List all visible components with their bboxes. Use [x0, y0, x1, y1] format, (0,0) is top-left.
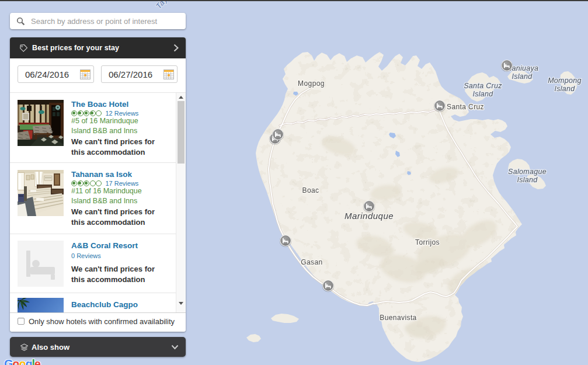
best-prices-header[interactable]: Best prices for your stay: [10, 37, 186, 58]
rating-circle-filled: [78, 110, 83, 116]
hotel-photo[interactable]: [18, 298, 64, 312]
calendar-icon[interactable]: [80, 69, 91, 79]
hotel-rank: #5 of 16 MarinduqueIsland B&B and Inns: [71, 116, 138, 136]
map-label-town: Torrijos: [415, 238, 440, 246]
rating-circle-empty: [90, 180, 96, 186]
map-label-town: Mogpog: [298, 79, 325, 88]
map-label-town: Gasan: [301, 258, 322, 266]
hotel-row-tahanan[interactable]: Tahanan sa Isok 17 Reviews #11 of 16 Mar…: [10, 163, 176, 234]
hotel-name-link[interactable]: The Boac Hotel: [71, 100, 128, 109]
also-show-label: Also show: [32, 343, 171, 352]
date-range-picker: 06/24/2016 06/27/2016: [10, 58, 186, 92]
check-in-field[interactable]: 06/24/2016: [18, 65, 94, 83]
map-label-island: Salomague: [508, 168, 547, 176]
availability-checkbox[interactable]: [18, 318, 25, 325]
also-show-bar[interactable]: Also show: [10, 337, 186, 357]
availability-filter[interactable]: Only show hotels with confirmed availabi…: [10, 312, 186, 332]
tahanan-photo: [18, 170, 64, 216]
map-label-town: Santa Cruz: [447, 103, 484, 111]
top-window-edge: [0, 0, 588, 1]
rating-circle-filled: [71, 180, 77, 186]
rating-circle-filled: [71, 110, 77, 116]
rank-line-1: #5 of 16 Marinduque: [71, 117, 138, 125]
hotel-name-link[interactable]: A&B Coral Resort: [71, 241, 138, 251]
map-search-box: [10, 13, 186, 29]
rank-line-2: Island B&B and Inns: [71, 127, 137, 135]
rating-circle-empty: [96, 180, 102, 186]
map-label-town: Buenavista: [380, 314, 416, 322]
hotel-photo[interactable]: [18, 100, 64, 146]
list-scrollbar[interactable]: [176, 93, 186, 312]
search-icon: [16, 17, 25, 26]
calendar-icon[interactable]: [163, 69, 174, 79]
hotel-rank: #11 of 16 MarinduqueIsland B&B and Inns: [71, 186, 142, 206]
photo-placeholder-bed-icon: [18, 241, 64, 287]
hotel-photo-placeholder[interactable]: [18, 241, 64, 287]
search-input[interactable]: [30, 16, 181, 26]
hotels-panel: Best prices for your stay 06/24/2016: [10, 37, 186, 332]
no-price-note: We can't find prices forthis accommodati…: [71, 207, 155, 228]
price-line-1: We can't find prices for: [71, 265, 155, 273]
cagpo-photo: [18, 298, 64, 312]
map-label-island: Santa Cruz: [464, 82, 502, 90]
price-line-2: this accommodation: [71, 218, 145, 227]
rating-circles: [71, 110, 102, 116]
rating-circle-filled: [83, 110, 89, 116]
price-line-1: We can't find prices for: [71, 207, 155, 216]
triangle-down-icon: [179, 302, 183, 305]
map-label-island: Island: [517, 176, 538, 184]
tripadvisor-map-page: MogpogSanta CruzBoacTorrijosGasanBuenavi…: [0, 0, 588, 365]
google-logo[interactable]: Google: [4, 357, 41, 365]
check-in-value: 06/24/2016: [18, 69, 80, 79]
hotel-row-cagpo[interactable]: Beachclub Cagpo: [10, 293, 176, 312]
layers-icon: [20, 343, 29, 352]
hotel-name-link[interactable]: Tahanan sa Isok: [71, 170, 132, 179]
hotel-row-coral[interactable]: A&B Coral Resort 0 Reviews We can't find…: [10, 234, 176, 293]
map-label-island: Island: [512, 72, 533, 81]
check-out-value: 06/27/2016: [102, 69, 163, 79]
rating-circles: [71, 180, 102, 186]
rating-circle-empty: [96, 110, 102, 116]
review-count-link[interactable]: 0 Reviews: [71, 252, 101, 259]
rating-circle-filled: [78, 180, 83, 186]
price-tag-icon: [19, 44, 28, 53]
chevron-down-icon: [171, 345, 179, 350]
availability-label: Only show hotels with confirmed availabi…: [29, 317, 175, 326]
rating-circle-filled: [83, 180, 89, 186]
map-label-island: Island: [554, 85, 575, 93]
no-price-note: We can't find prices forthis accommodati…: [71, 137, 155, 158]
check-out-field[interactable]: 06/27/2016: [101, 65, 178, 83]
scroll-up-button[interactable]: [176, 93, 186, 101]
rank-line-1: #11 of 16 Marinduque: [71, 187, 142, 195]
scrollbar-thumb[interactable]: [178, 101, 185, 164]
map-label-town: Boac: [302, 186, 319, 194]
hotel-list[interactable]: The Boac Hotel 12 Reviews #5 of 16 Marin…: [10, 92, 186, 312]
hotel-name-link[interactable]: Beachclub Cagpo: [71, 300, 138, 310]
rating-circle-filled: [90, 110, 96, 116]
price-line-1: We can't find prices for: [71, 137, 155, 146]
no-price-note: We can't find prices forthis accommodati…: [71, 264, 155, 285]
hotel-row-boac[interactable]: The Boac Hotel 12 Reviews #5 of 16 Marin…: [10, 93, 176, 163]
map-label-island: Island: [472, 90, 493, 98]
hotel-photo[interactable]: [18, 170, 64, 216]
best-prices-label: Best prices for your stay: [32, 44, 173, 52]
map-label-island: Mompong: [548, 77, 582, 85]
triangle-up-icon: [179, 96, 183, 99]
price-line-2: this accommodation: [71, 148, 145, 157]
rank-line-2: Island B&B and Inns: [71, 197, 137, 205]
chevron-right-icon: [173, 44, 179, 52]
scroll-down-button[interactable]: [176, 299, 186, 307]
boac-hotel-photo: [18, 100, 64, 146]
price-line-2: this accommodation: [71, 275, 145, 284]
